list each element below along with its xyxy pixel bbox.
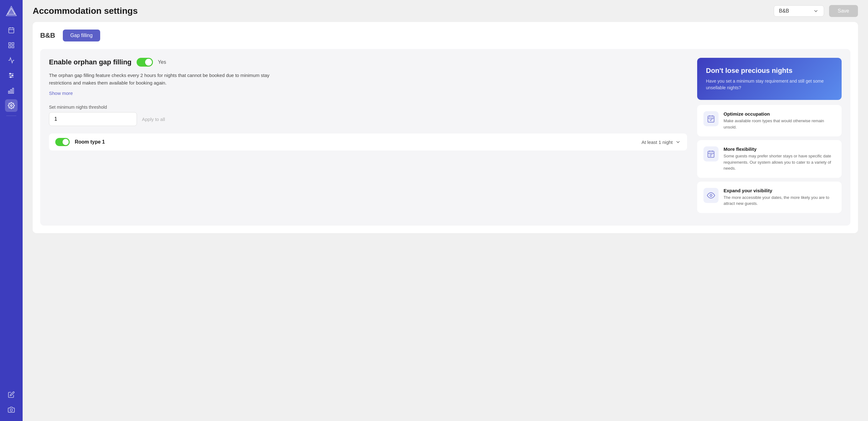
info-icon-box-0 (704, 111, 718, 126)
chart-calendar-icon (707, 115, 715, 123)
room-toggle[interactable] (55, 138, 70, 146)
sidebar-item-camera[interactable] (5, 403, 18, 416)
info-text-2: Expand your visibility The more accessib… (723, 188, 835, 207)
sidebar-item-settings[interactable] (5, 99, 18, 112)
room-nights-label: At least 1 night (642, 140, 673, 145)
svg-point-14 (12, 75, 13, 76)
enable-toggle-row: Enable orphan gap filling Yes (49, 58, 687, 67)
card-subtitle: B&B (40, 31, 55, 39)
right-panel: Don't lose precious nights Have you set … (697, 58, 842, 217)
show-more-link[interactable]: Show more (49, 90, 73, 96)
settings-inner-card: Enable orphan gap filling Yes The orphan… (40, 49, 850, 225)
promo-description: Have you set a minimum stay requirement … (706, 78, 833, 91)
info-card-2: Expand your visibility The more accessib… (697, 182, 842, 213)
info-desc-1: Some guests may prefer shorter stays or … (723, 153, 835, 172)
sidebar-divider (6, 116, 16, 116)
info-title-1: More flexibility (723, 146, 835, 152)
sidebar-item-edit[interactable] (5, 388, 18, 401)
info-desc-0: Make available room types that would oth… (723, 118, 835, 130)
svg-rect-9 (12, 46, 14, 48)
left-panel: Enable orphan gap filling Yes The orphan… (49, 58, 687, 217)
svg-point-20 (10, 409, 12, 411)
toggle-yes-label: Yes (158, 59, 166, 65)
svg-rect-7 (12, 43, 14, 44)
svg-rect-2 (9, 28, 14, 33)
accommodation-dropdown[interactable]: B&B (774, 5, 824, 17)
sidebar-item-grid[interactable] (5, 39, 18, 52)
threshold-label: Set minimum nights threshold (49, 104, 687, 110)
main-content: Accommodation settings B&B Save B&B Gap … (23, 0, 868, 421)
save-button[interactable]: Save (829, 5, 858, 17)
sidebar-item-analytics[interactable] (5, 84, 18, 97)
svg-point-31 (710, 194, 712, 197)
apply-all-label: Apply to all (142, 117, 165, 122)
threshold-row: Apply to all (49, 112, 687, 126)
room-type-row: Room type 1 At least 1 night (49, 133, 687, 150)
info-card-0: Optimize occupation Make available room … (697, 105, 842, 137)
calendar2-icon (707, 150, 715, 158)
eye-icon (707, 191, 715, 200)
sidebar-item-chart[interactable] (5, 54, 18, 67)
room-toggle-thumb (62, 139, 69, 145)
info-card-1: More flexibility Some guests may prefer … (697, 140, 842, 178)
svg-rect-8 (9, 46, 11, 48)
info-text-1: More flexibility Some guests may prefer … (723, 146, 835, 172)
promo-title: Don't lose precious nights (706, 67, 833, 75)
info-desc-2: The more accessible your dates, the more… (723, 194, 835, 207)
promo-card: Don't lose precious nights Have you set … (697, 58, 842, 100)
room-type-label: Room type 1 (75, 139, 637, 145)
sidebar-bottom (5, 388, 18, 416)
svg-point-19 (10, 104, 12, 107)
page-title: Accommodation settings (33, 6, 137, 16)
settings-card: B&B Gap filling Enable orphan gap fillin… (33, 22, 858, 233)
card-header: B&B Gap filling (40, 30, 850, 41)
toggle-label: Enable orphan gap filling (49, 58, 132, 66)
info-title-2: Expand your visibility (723, 188, 835, 193)
dropdown-value: B&B (779, 8, 789, 14)
sidebar-item-sliders[interactable] (5, 69, 18, 82)
page-content: B&B Gap filling Enable orphan gap fillin… (23, 22, 868, 421)
svg-point-15 (10, 77, 11, 78)
svg-rect-18 (12, 88, 14, 94)
svg-rect-21 (708, 116, 714, 122)
tab-gap-filling[interactable]: Gap filling (63, 30, 100, 41)
svg-rect-6 (9, 43, 11, 44)
info-icon-box-1 (704, 146, 718, 161)
info-text-0: Optimize occupation Make available room … (723, 111, 835, 130)
room-nights-row: At least 1 night (642, 139, 681, 145)
toggle-thumb (145, 59, 152, 66)
info-title-0: Optimize occupation (723, 111, 835, 117)
enable-toggle[interactable] (136, 58, 153, 67)
sidebar-item-calendar[interactable] (5, 24, 18, 36)
info-icon-box-2 (704, 188, 718, 203)
feature-description: The orphan gap filling feature checks ev… (49, 72, 275, 87)
svg-rect-25 (708, 151, 714, 157)
sidebar (0, 0, 23, 421)
app-logo (5, 5, 18, 18)
page-header: Accommodation settings B&B Save (23, 0, 868, 22)
threshold-input[interactable] (49, 112, 137, 126)
svg-point-13 (10, 73, 11, 74)
room-chevron-icon (675, 139, 681, 145)
svg-rect-16 (8, 91, 10, 93)
chevron-down-icon (813, 8, 819, 14)
svg-rect-17 (10, 90, 11, 93)
header-right: B&B Save (774, 5, 858, 17)
